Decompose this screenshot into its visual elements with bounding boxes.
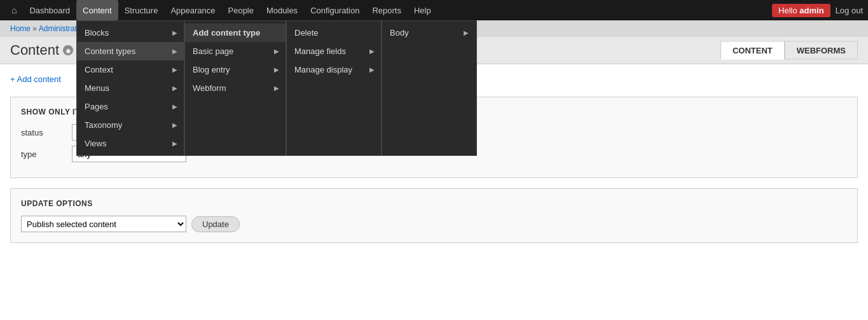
nav-dashboard[interactable]: Dashboard xyxy=(23,0,76,20)
blocks-label: Blocks xyxy=(85,28,109,38)
update-row: Publish selected content Update xyxy=(21,216,847,232)
update-select[interactable]: Publish selected content xyxy=(21,216,186,232)
filter-label-type: type xyxy=(21,150,72,159)
nav-configuration[interactable]: Configuration xyxy=(304,0,366,20)
expand-arrow-body: ▶ xyxy=(464,29,469,36)
expand-arrow-context: ▶ xyxy=(172,66,177,73)
expand-arrow-manage-fields: ▶ xyxy=(369,48,375,55)
body-label: Body xyxy=(390,28,409,38)
expand-arrow-content-types: ▶ xyxy=(172,48,177,55)
admin-name: admin xyxy=(799,6,823,15)
expand-arrow-views: ▶ xyxy=(172,140,177,147)
expand-arrow-manage-display: ▶ xyxy=(369,66,375,73)
update-title: UPDATE OPTIONS xyxy=(21,199,847,208)
views-label: Views xyxy=(85,139,106,148)
expand-arrow-menus: ▶ xyxy=(172,85,177,92)
hello-label: Hello xyxy=(778,6,799,15)
breadcrumb-home[interactable]: Home xyxy=(10,24,31,33)
dropdown-menus[interactable]: Menus ▶ xyxy=(77,79,184,97)
basic-page-label: Basic page xyxy=(193,46,233,56)
page-title: Content ◉ xyxy=(10,42,73,59)
nav-help[interactable]: Help xyxy=(408,0,437,20)
dropdown-manage-display[interactable]: Manage display ▶ xyxy=(287,60,381,79)
filter-label-status: status xyxy=(21,128,72,137)
dropdown-basic-page[interactable]: Basic page ▶ xyxy=(185,42,286,60)
add-content-link[interactable]: + Add content xyxy=(10,74,61,84)
manage-fields-label: Manage fields xyxy=(294,46,346,56)
tab-webforms[interactable]: WEBFORMS xyxy=(785,41,858,60)
dropdown-level4: Body ▶ xyxy=(382,20,477,156)
context-label: Context xyxy=(85,65,113,74)
nav-appearance[interactable]: Appearance xyxy=(164,0,221,20)
taxonomy-label: Taxonomy xyxy=(85,120,122,130)
menus-label: Menus xyxy=(85,83,109,93)
pages-label: Pages xyxy=(85,102,108,111)
dropdown-level2: Add content type Basic page ▶ Blog entry… xyxy=(184,20,286,156)
hello-admin-button[interactable]: Hello admin xyxy=(772,4,830,17)
webform-label: Webform xyxy=(193,83,226,93)
blog-entry-label: Blog entry xyxy=(193,65,230,74)
tab-section: CONTENT WEBFORMS xyxy=(720,41,858,60)
nav-people[interactable]: People xyxy=(222,0,260,20)
home-icon[interactable]: ⌂ xyxy=(5,5,23,15)
nav-reports[interactable]: Reports xyxy=(366,0,408,20)
expand-arrow-blog-entry: ▶ xyxy=(274,66,279,73)
dropdown-level3: Delete Manage fields ▶ Manage display ▶ xyxy=(286,20,382,156)
logout-link[interactable]: Log out xyxy=(836,6,863,15)
dropdown-menu: Blocks ▶ Content types ▶ Context ▶ Menus… xyxy=(76,20,477,156)
dropdown-level1: Blocks ▶ Content types ▶ Context ▶ Menus… xyxy=(76,20,184,156)
dropdown-context[interactable]: Context ▶ xyxy=(77,60,184,79)
manage-display-label: Manage display xyxy=(294,65,352,74)
dropdown-manage-fields[interactable]: Manage fields ▶ xyxy=(287,42,381,60)
nav-content[interactable]: Content xyxy=(76,0,118,20)
expand-arrow-blocks: ▶ xyxy=(172,29,177,36)
shortcut-icon[interactable]: ◉ xyxy=(63,45,73,55)
delete-label: Delete xyxy=(294,28,319,38)
dropdown-webform[interactable]: Webform ▶ xyxy=(185,79,286,97)
breadcrumb: Home » Administration xyxy=(10,24,87,33)
dropdown-blocks[interactable]: Blocks ▶ xyxy=(77,24,184,42)
dropdown-delete[interactable]: Delete xyxy=(287,24,381,42)
top-nav: ⌂ Dashboard Content Structure Appearance… xyxy=(0,0,868,20)
dropdown-blog-entry[interactable]: Blog entry ▶ xyxy=(185,60,286,79)
tab-content[interactable]: CONTENT xyxy=(720,41,785,60)
dropdown-views[interactable]: Views ▶ xyxy=(77,134,184,153)
user-section: Hello admin Log out xyxy=(772,4,863,17)
breadcrumb-sep: » xyxy=(32,24,38,33)
expand-arrow-webform: ▶ xyxy=(274,85,279,92)
update-section: UPDATE OPTIONS Publish selected content … xyxy=(10,188,858,243)
add-content-type-header[interactable]: Add content type xyxy=(185,24,286,42)
nav-modules[interactable]: Modules xyxy=(260,0,304,20)
content-types-label: Content types xyxy=(85,46,135,56)
dropdown-pages[interactable]: Pages ▶ xyxy=(77,97,184,116)
expand-arrow-basic-page: ▶ xyxy=(274,48,279,55)
dropdown-content-types[interactable]: Content types ▶ xyxy=(77,42,184,60)
expand-arrow-pages: ▶ xyxy=(172,103,177,110)
nav-structure[interactable]: Structure xyxy=(118,0,165,20)
dropdown-body[interactable]: Body ▶ xyxy=(382,24,476,42)
page-title-text: Content xyxy=(10,42,59,59)
expand-arrow-taxonomy: ▶ xyxy=(172,122,177,129)
update-button[interactable]: Update xyxy=(191,216,240,232)
dropdown-taxonomy[interactable]: Taxonomy ▶ xyxy=(77,116,184,134)
